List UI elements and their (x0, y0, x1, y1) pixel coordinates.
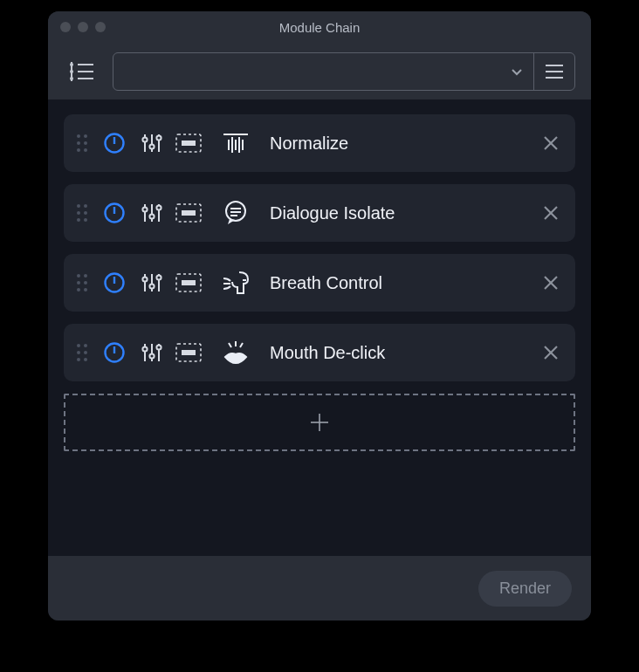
remove-module-button[interactable] (539, 131, 563, 155)
svg-point-13 (84, 141, 87, 145)
selection-icon (175, 273, 202, 292)
preset-dropdown[interactable] (113, 53, 534, 90)
svg-rect-71 (182, 280, 196, 285)
svg-point-47 (156, 205, 161, 209)
svg-point-79 (84, 358, 87, 361)
svg-point-85 (142, 346, 147, 351)
power-toggle[interactable] (100, 129, 128, 157)
selection-button[interactable] (175, 343, 202, 362)
preset-menu-button[interactable] (534, 53, 574, 90)
svg-point-75 (84, 344, 87, 347)
module-chain-window: Module Chain (48, 11, 591, 621)
sliders-icon (141, 341, 163, 364)
drag-handle[interactable] (76, 343, 88, 362)
svg-point-10 (77, 134, 80, 138)
close-window-button[interactable] (60, 22, 71, 32)
module-settings-button[interactable] (141, 341, 163, 364)
svg-point-39 (84, 218, 87, 222)
remove-module-button[interactable] (539, 271, 563, 295)
power-icon (103, 271, 126, 294)
sliders-icon (141, 271, 163, 294)
list-icon (69, 61, 95, 82)
svg-point-14 (77, 148, 80, 152)
grip-icon (76, 134, 88, 153)
power-toggle[interactable] (100, 339, 128, 367)
selection-icon (175, 343, 202, 362)
drag-handle[interactable] (76, 203, 88, 223)
svg-point-22 (149, 144, 154, 148)
selection-button[interactable] (175, 203, 202, 223)
module-name: Mouth De-click (270, 343, 526, 363)
svg-point-87 (156, 345, 161, 349)
add-module-slot[interactable] (64, 394, 575, 451)
drag-handle[interactable] (76, 273, 88, 292)
drag-handle[interactable] (76, 134, 88, 153)
sliders-icon (141, 132, 163, 154)
module-name: Normalize (270, 134, 526, 154)
svg-point-11 (84, 134, 87, 138)
power-icon (103, 341, 126, 364)
svg-point-76 (77, 351, 80, 354)
module-settings-button[interactable] (141, 132, 163, 154)
svg-point-67 (142, 277, 147, 281)
module-chain-list: Normalize Dialogue Isolate (48, 100, 591, 556)
close-icon (542, 274, 560, 291)
svg-point-86 (149, 353, 154, 358)
svg-point-36 (77, 211, 80, 215)
svg-point-57 (84, 274, 87, 278)
window-title: Module Chain (48, 20, 591, 35)
svg-line-92 (240, 343, 243, 347)
svg-point-35 (84, 204, 87, 208)
svg-point-34 (77, 204, 80, 208)
sliders-icon (141, 202, 163, 224)
svg-point-15 (84, 148, 87, 152)
close-icon (542, 344, 560, 361)
module-row: Normalize (64, 114, 575, 172)
svg-point-78 (77, 358, 80, 361)
remove-module-button[interactable] (539, 340, 563, 365)
grip-icon (76, 273, 88, 292)
svg-point-77 (84, 351, 87, 354)
toolbar (48, 43, 591, 100)
hamburger-icon (545, 64, 564, 79)
power-toggle[interactable] (100, 199, 128, 227)
chevron-down-icon (509, 64, 525, 79)
selection-icon (175, 203, 202, 223)
svg-point-58 (77, 281, 80, 285)
module-list-button[interactable] (64, 53, 100, 90)
svg-point-6 (70, 77, 73, 80)
power-toggle[interactable] (100, 269, 128, 297)
svg-point-21 (142, 137, 147, 141)
svg-point-61 (84, 288, 87, 291)
svg-point-68 (149, 284, 154, 288)
selection-button[interactable] (175, 134, 202, 153)
svg-point-46 (149, 214, 154, 218)
svg-point-37 (84, 211, 87, 215)
svg-point-60 (77, 288, 80, 291)
svg-point-74 (77, 344, 80, 347)
svg-line-91 (229, 343, 231, 347)
svg-point-56 (77, 274, 80, 278)
svg-point-69 (156, 275, 161, 279)
module-settings-button[interactable] (141, 271, 163, 294)
dialogue-icon (219, 200, 252, 226)
selection-button[interactable] (175, 273, 202, 292)
remove-module-button[interactable] (539, 201, 563, 225)
module-row: Dialogue Isolate (64, 184, 575, 242)
close-icon (542, 204, 560, 222)
zoom-window-button[interactable] (95, 22, 106, 32)
close-icon (542, 134, 560, 152)
grip-icon (76, 343, 88, 362)
svg-point-12 (77, 141, 80, 145)
breath-icon (219, 270, 252, 296)
svg-point-4 (70, 63, 73, 66)
module-settings-button[interactable] (141, 202, 163, 224)
preset-group (113, 52, 575, 91)
svg-point-5 (70, 70, 73, 73)
module-row: Breath Control (64, 254, 575, 312)
svg-rect-49 (182, 210, 196, 216)
render-button[interactable]: Render (478, 571, 572, 607)
svg-point-38 (77, 218, 80, 222)
minimize-window-button[interactable] (78, 22, 88, 32)
mouth-icon (219, 339, 252, 366)
